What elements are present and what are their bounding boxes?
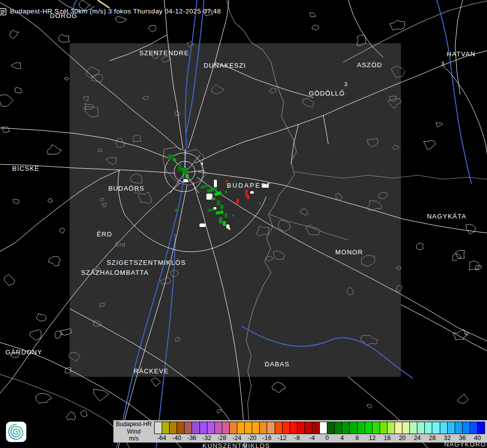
legend-unit: m/s (115, 435, 153, 443)
city-label: SZÁZHALOMBATTA (81, 269, 149, 276)
wind-speed-colorbar (154, 422, 485, 434)
radar-echo (223, 221, 226, 226)
colorbar-cell (463, 422, 470, 434)
colorbar-tick: -12 (278, 435, 287, 442)
colorbar-tick: -36 (188, 435, 196, 442)
radar-echo (175, 209, 178, 212)
colorbar-tick: 0 (325, 435, 329, 442)
colorbar-cell (170, 422, 177, 434)
colorbar-tick: -8 (294, 435, 300, 442)
colorbar-tick: -64 (157, 435, 166, 442)
radar-echo (247, 196, 249, 199)
colorbar-cell (320, 422, 327, 434)
radar-echo (225, 191, 227, 193)
city-label: SZENTENDRE (139, 49, 189, 57)
city-label: GÁRDONY (5, 348, 42, 356)
radar-echo (201, 163, 203, 165)
city-label: BICSKE (12, 165, 40, 172)
legend-radar-name: Budapest-HR (115, 421, 153, 428)
road-number-label: 3 (344, 81, 347, 87)
city-label: NAGYKŐRÖS (444, 441, 487, 448)
city-label: SZIGETSZENTMIKLÓS (106, 259, 186, 266)
colorbar-cell (222, 422, 230, 434)
radar-echo (211, 198, 215, 200)
city-label: ASZÓD (357, 61, 383, 69)
radar-echo (213, 207, 216, 210)
radar-echo (186, 174, 189, 178)
colorbar-cell (245, 422, 252, 434)
colorbar-cell (237, 422, 245, 434)
colorbar-cell (260, 422, 267, 434)
colorbar-cell (207, 422, 215, 434)
spiral-swirl-icon (6, 422, 26, 442)
colorbar-cell (275, 422, 283, 434)
colorbar-cell (395, 422, 402, 434)
radar-echo (178, 163, 182, 171)
colorbar-tick: -4 (309, 435, 315, 442)
radar-echo (228, 227, 230, 230)
colorbar-tick: 24 (414, 435, 421, 442)
colorbar-cell (290, 422, 297, 434)
city-label: DUNAKESZI (203, 62, 246, 69)
colorbar-cell (373, 422, 380, 434)
colorbar-cell (432, 422, 440, 434)
legend-caption: Budapest-HR Wind m/s (115, 421, 153, 443)
city-label: GÖDÖLLŐ (309, 90, 345, 97)
city-label: ÉRD (97, 230, 112, 238)
radar-echo (259, 202, 261, 205)
colorbar-cell (230, 422, 237, 434)
colorbar-tick: 16 (384, 435, 390, 442)
colorbar-cell (305, 422, 312, 434)
colorbar-tick: 4 (340, 435, 344, 442)
colorbar-cell (342, 422, 350, 434)
city-label: NAGYKÁTA (427, 213, 466, 220)
city-label: BUDAPEST (227, 182, 272, 189)
road-number-label: 3 (441, 61, 444, 67)
colorbar-tick: -32 (202, 435, 211, 442)
city-label: BUDAÖRS (108, 185, 145, 192)
city-label: MONOR (335, 248, 363, 256)
radar-echo (224, 213, 227, 218)
colorbar-cell (312, 422, 320, 434)
radar-echo (232, 215, 234, 217)
colorbar-cell (155, 422, 162, 434)
colorbar-tick: -20 (247, 435, 256, 442)
radar-echo (220, 205, 223, 209)
colorbar-cell (185, 422, 192, 434)
colorbar-tick: -24 (232, 435, 241, 442)
colorbar-tick: 20 (399, 435, 406, 442)
colorbar-cell (215, 422, 222, 434)
colorbar-tick: 8 (355, 435, 359, 442)
colorbar-cell (425, 422, 432, 434)
legend-product: Wind (115, 428, 153, 436)
colorbar-cell (192, 422, 199, 434)
colorbar-cell (402, 422, 410, 434)
colorbar-cell (162, 422, 170, 434)
weather-app-logo[interactable] (6, 422, 26, 442)
city-label: RÁCKEVE (134, 367, 169, 375)
radar-echo (173, 158, 176, 161)
radar-echo (168, 155, 174, 159)
radar-station-icon (0, 8, 7, 16)
colorbar-cell (267, 422, 275, 434)
colorbar-cell (358, 422, 365, 434)
radar-echo (182, 168, 188, 174)
colorbar-cell (410, 422, 417, 434)
radar-echo (245, 190, 248, 197)
colorbar-cell (252, 422, 260, 434)
colorbar-cell (327, 422, 335, 434)
colorbar-cell (200, 422, 207, 434)
city-label: KUNSZENTMIKLÓS (202, 442, 270, 448)
radar-coverage-area (70, 43, 401, 377)
colorbar-cell (470, 422, 478, 434)
radar-echo (214, 180, 217, 187)
colorbar-cell (335, 422, 342, 434)
colorbar-cell (388, 422, 395, 434)
colorbar-cell (177, 422, 185, 434)
colorbar-cell (350, 422, 357, 434)
radar-echo (217, 200, 220, 206)
radar-echo (184, 179, 188, 182)
colorbar-tick: -40 (172, 435, 181, 442)
city-label: HATVAN (447, 50, 476, 58)
colorbar-tick: 28 (429, 435, 436, 442)
